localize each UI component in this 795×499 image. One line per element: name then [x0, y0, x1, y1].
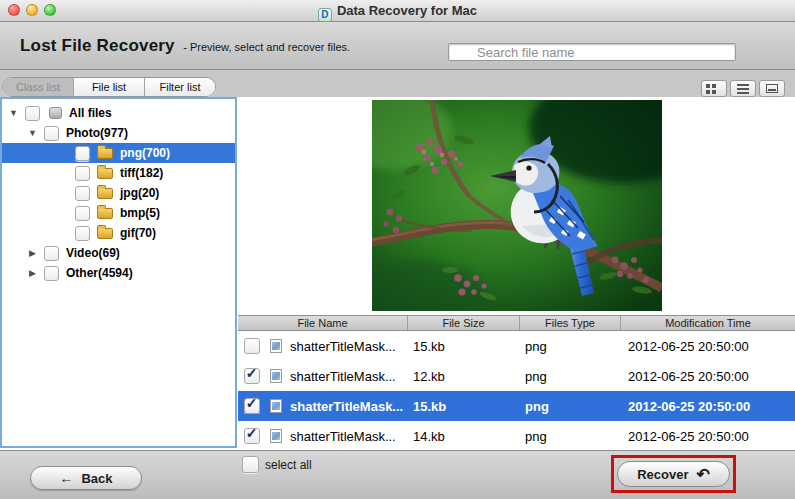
file-type: png — [520, 429, 621, 444]
file-size: 15.kb — [408, 399, 520, 414]
file-time: 2012-06-25 20:50:00 — [621, 339, 795, 354]
drive-icon — [49, 107, 62, 119]
file-row-checkbox[interactable] — [244, 368, 260, 384]
disclosure-collapsed-icon[interactable]: ▶ — [26, 268, 39, 278]
select-all-label: select all — [265, 458, 312, 472]
view-mode-buttons — [701, 80, 785, 97]
disclosure-expanded-icon[interactable]: ▼ — [26, 128, 39, 138]
tab-filter-list[interactable]: Filter list — [145, 78, 215, 96]
tree-item-label: tiff(182) — [120, 166, 163, 180]
list-tabs: Class list File list Filter list — [2, 77, 216, 97]
file-type: png — [520, 399, 621, 414]
tree-item-checkbox[interactable] — [75, 206, 90, 221]
tree-item-checkbox[interactable] — [75, 226, 90, 241]
file-size: 15.kb — [408, 339, 520, 354]
tab-class-list[interactable]: Class list — [3, 78, 74, 96]
back-button[interactable]: ← Back — [30, 466, 142, 490]
app-icon: D — [318, 8, 332, 22]
tree-item-label: Video(69) — [66, 246, 120, 260]
table-row[interactable]: shatterTitleMask...15.kbpng2012-06-25 20… — [238, 391, 795, 421]
tab-bar: Class list File list Filter list — [0, 70, 795, 97]
tree-item-label: gif(70) — [120, 226, 156, 240]
column-header-modification-time[interactable]: Modification Time — [621, 316, 795, 330]
file-name: shatterTitleMask... — [290, 339, 396, 354]
tree-item-label: All files — [69, 106, 112, 120]
file-table: File NameFile SizeFiles TypeModification… — [238, 315, 795, 450]
tree-item-png-700[interactable]: png(700) — [2, 143, 235, 163]
table-row[interactable]: shatterTitleMask...14.kbpng2012-06-25 20… — [238, 421, 795, 451]
preview-pane-button[interactable] — [759, 80, 785, 97]
page-title-subtitle: - Preview, select and recover files. — [183, 41, 350, 53]
back-arrow-icon: ← — [59, 470, 73, 486]
column-header-file-size[interactable]: File Size — [408, 316, 520, 330]
select-all-checkbox[interactable] — [242, 456, 259, 473]
column-header-file-name[interactable]: File Name — [238, 316, 408, 330]
tree-item-all-files[interactable]: ▼All files — [2, 103, 235, 123]
file-time: 2012-06-25 20:50:00 — [621, 429, 795, 444]
main-content: ▼All files▼Photo(977)png(700)tiff(182)jp… — [0, 97, 795, 450]
tree-item-checkbox[interactable] — [44, 126, 59, 141]
recover-button[interactable]: Recover ↶ — [617, 461, 730, 487]
file-type: png — [520, 369, 621, 384]
right-panel: File NameFile SizeFiles TypeModification… — [238, 97, 795, 450]
page-title-main: Lost File Recovery — [20, 36, 175, 55]
file-size: 14.kb — [408, 429, 520, 444]
tree-item-checkbox[interactable] — [75, 146, 90, 161]
tree-item-bmp-5[interactable]: bmp(5) — [2, 203, 235, 223]
file-name: shatterTitleMask... — [290, 399, 403, 414]
folder-icon — [97, 208, 113, 219]
page-title: Lost File Recovery - Preview, select and… — [20, 36, 350, 56]
table-row[interactable]: shatterTitleMask...12.kbpng2012-06-25 20… — [238, 361, 795, 391]
tree-item-label: jpg(20) — [120, 186, 159, 200]
tree-item-label: Photo(977) — [66, 126, 128, 140]
file-time: 2012-06-25 20:50:00 — [621, 369, 795, 384]
file-tree: ▼All files▼Photo(977)png(700)tiff(182)jp… — [0, 97, 237, 448]
header-toolbar: Lost File Recovery - Preview, select and… — [0, 22, 795, 70]
image-file-icon — [270, 339, 282, 353]
tree-item-label: Other(4594) — [66, 266, 133, 280]
recover-button-label: Recover — [637, 467, 688, 482]
title-bar: DData Recovery for Mac — [0, 0, 795, 22]
window-title: DData Recovery for Mac — [0, 0, 795, 21]
tree-item-gif-70[interactable]: gif(70) — [2, 223, 235, 243]
tree-item-jpg-20[interactable]: jpg(20) — [2, 183, 235, 203]
file-row-checkbox[interactable] — [244, 338, 260, 354]
file-size: 12.kb — [408, 369, 520, 384]
table-body: shatterTitleMask...15.kbpng2012-06-25 20… — [238, 331, 795, 451]
tree-item-tiff-182[interactable]: tiff(182) — [2, 163, 235, 183]
grid-view-button[interactable] — [701, 80, 727, 97]
tree-item-label: bmp(5) — [120, 206, 160, 220]
tree-item-checkbox[interactable] — [44, 246, 59, 261]
tree-item-video-69[interactable]: ▶Video(69) — [2, 243, 235, 263]
tree-item-checkbox[interactable] — [25, 106, 40, 121]
file-name: shatterTitleMask... — [290, 369, 396, 384]
image-file-icon — [270, 399, 282, 413]
folder-icon — [97, 228, 113, 239]
search-input[interactable] — [448, 43, 736, 61]
table-row[interactable]: shatterTitleMask...15.kbpng2012-06-25 20… — [238, 331, 795, 361]
preview-pane-icon — [766, 84, 778, 93]
app-window: DData Recovery for Mac Lost File Recover… — [0, 0, 795, 499]
tab-file-list[interactable]: File list — [74, 78, 145, 96]
tree-item-checkbox[interactable] — [75, 166, 90, 181]
file-row-checkbox[interactable] — [244, 398, 260, 414]
preview-image — [372, 100, 662, 311]
column-header-files-type[interactable]: Files Type — [520, 316, 621, 330]
disclosure-collapsed-icon[interactable]: ▶ — [26, 248, 39, 258]
recover-highlight-box: Recover ↶ — [611, 455, 736, 493]
back-button-label: Back — [81, 471, 112, 486]
bottom-bar: ← Back select all Recover ↶ — [0, 450, 795, 499]
select-all-control: select all — [242, 456, 312, 473]
tree-item-photo-977[interactable]: ▼Photo(977) — [2, 123, 235, 143]
list-view-button[interactable] — [730, 80, 756, 97]
tree-item-checkbox[interactable] — [44, 266, 59, 281]
folder-icon — [97, 148, 113, 159]
image-file-icon — [270, 369, 282, 383]
tree-item-label: png(700) — [120, 146, 170, 160]
disclosure-expanded-icon[interactable]: ▼ — [7, 108, 20, 118]
tree-item-checkbox[interactable] — [75, 186, 90, 201]
tree-item-other-4594[interactable]: ▶Other(4594) — [2, 263, 235, 283]
file-row-checkbox[interactable] — [244, 428, 260, 444]
list-view-icon — [737, 84, 749, 94]
file-type: png — [520, 339, 621, 354]
